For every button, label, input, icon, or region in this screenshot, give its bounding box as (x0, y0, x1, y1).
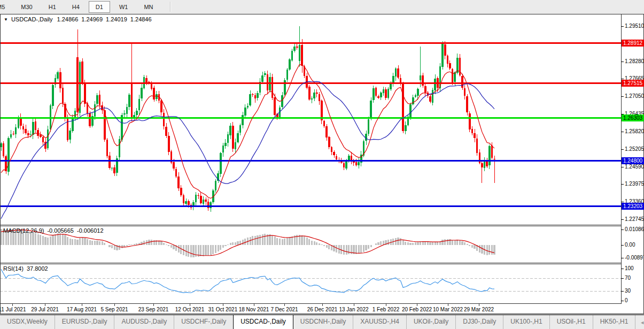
price-chart-canvas[interactable] (0, 14, 644, 314)
chart-tab-usdchf-daily[interactable]: USDCHF-,Daily (174, 315, 233, 329)
candle-down (461, 76, 463, 88)
candle-down (340, 162, 343, 163)
candle-up (74, 111, 76, 118)
candle-down (205, 200, 207, 201)
candle-down (333, 152, 335, 155)
candle-up (257, 93, 259, 98)
candle-down (20, 118, 22, 126)
candle-down (25, 129, 27, 133)
candle-down (163, 113, 165, 126)
candle-down (466, 96, 468, 112)
candle-up (185, 201, 187, 204)
chart-tab-xauusd-h4[interactable]: XAUUSD-,H4 (353, 315, 406, 329)
candle-up (96, 95, 98, 104)
ohlc-open: 1.24866 (57, 16, 79, 22)
timeframe-button-h1[interactable]: H1 (42, 1, 63, 13)
timeframe-button-m5[interactable]: M5 (0, 1, 12, 13)
candle-down (106, 140, 108, 156)
candle-up (264, 73, 266, 75)
candle-down (274, 97, 276, 115)
chart-tab-audusd-daily[interactable]: AUDUSD-,Daily (114, 315, 174, 329)
candle-up (286, 70, 289, 80)
chart-dropdown-icon[interactable]: ▼ (4, 17, 8, 22)
chart-tab-uk100-h1[interactable]: UK100-,H1 (503, 315, 549, 329)
level-line-1.24800[interactable] (0, 160, 621, 162)
candle-down (464, 88, 466, 96)
tab-scroll-left-icon[interactable]: ◄ (640, 320, 644, 325)
candle-down (183, 195, 185, 203)
rsi-indicator-label: RSI(14) 37.8002 (3, 265, 48, 272)
candle-up (405, 125, 407, 131)
candle-down (397, 68, 399, 78)
candle-down (254, 95, 257, 98)
ohlc-high: 1.24969 (81, 16, 103, 22)
candle-down (200, 196, 202, 203)
candle-down (301, 45, 303, 66)
candle-up (293, 47, 296, 51)
level-line-1.23203[interactable] (0, 205, 621, 207)
candle-up (289, 59, 291, 69)
candle-down (469, 113, 471, 130)
candle-down (271, 77, 274, 97)
candle-down (81, 62, 83, 83)
rsi-name: RSI(14) (3, 265, 24, 272)
timeframe-button-m30[interactable]: M30 (14, 1, 39, 13)
candle-up (30, 134, 32, 135)
candle-down (160, 101, 162, 112)
candle-down (37, 130, 39, 136)
candle-down (67, 118, 69, 140)
candle-up (390, 83, 392, 89)
candle-down (452, 69, 454, 82)
candle-up (370, 101, 372, 119)
candle-up (10, 134, 12, 137)
candle-down (402, 83, 404, 131)
tab-scroll-arrows: ◄► (635, 315, 644, 329)
candle-up (291, 51, 293, 60)
candle-down (474, 133, 476, 138)
chart-tab-usdx-weekly[interactable]: USDX,Weekly (0, 315, 55, 329)
candle-up (47, 129, 49, 148)
chart-tab-usdcad-daily[interactable]: USDCAD-,Daily (233, 315, 293, 329)
candle-up (195, 195, 197, 203)
candle-up (244, 108, 246, 115)
timeframe-button-w1[interactable]: W1 (112, 1, 135, 13)
candle-up (222, 146, 224, 152)
candle-up (119, 139, 121, 157)
chart-tab-usdcnh-daily[interactable]: USDCNH-,Daily (293, 315, 353, 329)
candle-down (62, 88, 64, 103)
candle-down (400, 78, 402, 83)
toolbar-separator (170, 2, 171, 12)
candle-down (481, 163, 483, 167)
chart-title: ▼ USDCAD-,Daily 1.24866 1.24969 1.24019 … (4, 16, 152, 22)
candle-up (210, 202, 212, 208)
rsi-value: 37.8002 (27, 265, 48, 272)
candle-down (59, 72, 61, 88)
candle-down (385, 89, 387, 98)
chart-window: ▼ USDCAD-,Daily 1.24866 1.24969 1.24019 … (0, 14, 644, 314)
chart-tab-ukoil-daily[interactable]: UKOil-,Daily (406, 315, 455, 329)
candle-down (343, 163, 345, 167)
candle-down (252, 94, 254, 95)
chart-tab-eurusd-daily[interactable]: EURUSD-,Daily (55, 315, 114, 329)
candle-down (449, 63, 451, 69)
chart-tab-hk50-h1[interactable]: HK50-,H1 (593, 315, 635, 329)
timeframe-button-d1[interactable]: D1 (89, 1, 110, 13)
candle-up (434, 79, 436, 90)
level-line-1.28912[interactable] (0, 42, 621, 44)
level-line-1.26303[interactable] (0, 117, 621, 119)
candle-up (420, 75, 422, 80)
candle-up (15, 127, 17, 134)
level-line-1.27515[interactable] (0, 82, 621, 84)
candle-down (267, 74, 269, 90)
chart-tab-usoil-h1[interactable]: USOil-,H1 (549, 315, 593, 329)
timeframe-button-mn[interactable]: MN (137, 1, 160, 13)
candle-up (57, 72, 59, 79)
chart-tab-dj30-daily[interactable]: DJ30-,Daily (455, 315, 503, 329)
candle-down (3, 143, 5, 157)
candle-down (308, 87, 311, 100)
candle-down (331, 147, 333, 152)
candle-down (444, 44, 446, 56)
candle-up (224, 143, 227, 147)
candle-up (261, 75, 263, 81)
timeframe-button-h4[interactable]: H4 (65, 1, 87, 13)
